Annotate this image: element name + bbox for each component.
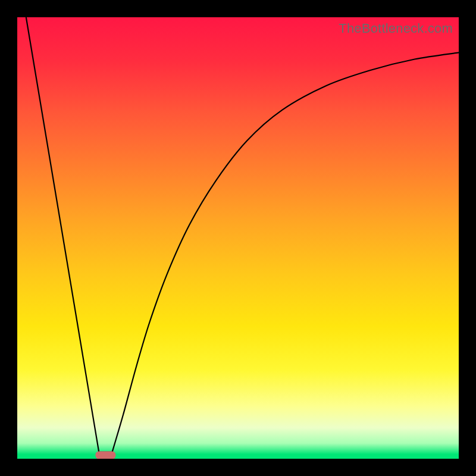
bottleneck-marker — [95, 452, 115, 459]
chart-frame: TheBottleneck.com — [0, 0, 476, 476]
bottleneck-curve — [17, 17, 459, 459]
curve-path — [26, 17, 459, 452]
plot-area: TheBottleneck.com — [17, 17, 459, 459]
